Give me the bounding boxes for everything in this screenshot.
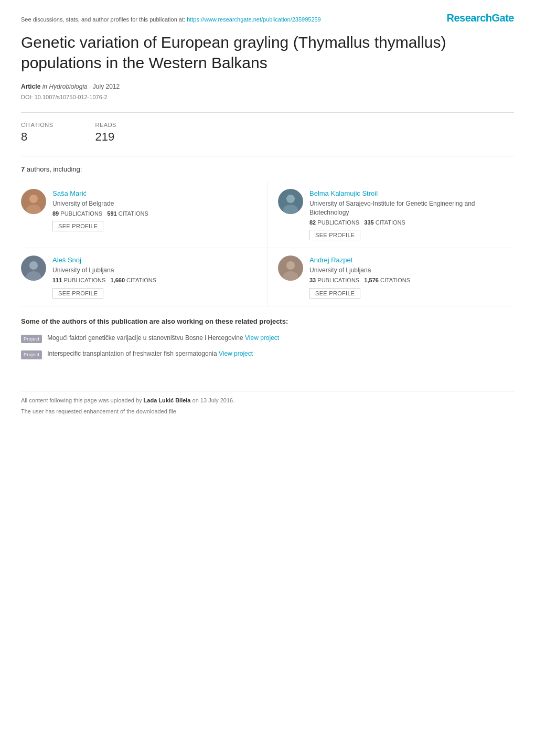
author-avatar-3	[21, 255, 46, 281]
author-pubs-3: 111	[52, 277, 62, 283]
svg-point-1	[29, 195, 38, 203]
author-pubs-2: 82	[309, 219, 316, 226]
author-card-1: Saša Marić University of Belgrade 89 PUB…	[21, 182, 268, 248]
author-stats-2: 82 PUBLICATIONS 335 CITATIONS	[309, 219, 514, 227]
svg-point-4	[286, 195, 295, 203]
citations-stat: CITATIONS 8	[21, 121, 54, 145]
project-badge-1: Project	[21, 335, 42, 344]
related-projects-heading: Some of the authors of this publication …	[21, 317, 514, 326]
author-name-4[interactable]: Andrej Razpet	[309, 255, 514, 265]
authors-count: 7	[21, 165, 25, 173]
author-name-2[interactable]: Belma Kalamujic Stroil	[309, 189, 514, 198]
main-title: Genetic variation of European grayling (…	[21, 32, 514, 73]
authors-heading: 7 authors, including:	[21, 165, 514, 174]
author-info-2: Belma Kalamujic Stroil University of Sar…	[309, 189, 514, 240]
doi-value: 10.1007/s10750-012-1076-2	[35, 94, 108, 100]
author-pubs-1: 89	[52, 210, 59, 217]
researchgate-logo: ResearchGate	[446, 10, 514, 25]
see-profile-button-3[interactable]: SEE PROFILE	[52, 288, 103, 299]
project-badge-2: Project	[21, 350, 42, 359]
author-info-3: Aleš Snoj University of Ljubljana 111 PU…	[52, 255, 256, 298]
author-cites-3: 1,660	[110, 277, 125, 283]
author-info-1: Saša Marić University of Belgrade 89 PUB…	[52, 189, 256, 231]
publication-url[interactable]: https://www.researchgate.net/publication…	[187, 16, 321, 23]
citations-label: CITATIONS	[21, 121, 54, 129]
author-card-4: Andrej Razpet University of Ljubljana 33…	[268, 248, 514, 306]
reads-stat: READS 219	[95, 121, 116, 145]
project-text-1: Mogući faktori genetičke varijacije u st…	[47, 334, 279, 343]
author-name-1[interactable]: Saša Marić	[52, 189, 256, 198]
see-profile-button-1[interactable]: SEE PROFILE	[52, 221, 103, 231]
article-type: Article	[21, 83, 40, 90]
footer-upload-text: All content following this page was uplo…	[21, 397, 142, 403]
uploader-name[interactable]: Lada Lukić Bilela	[144, 397, 191, 403]
reads-label: READS	[95, 121, 116, 129]
svg-point-7	[29, 261, 38, 270]
author-info-4: Andrej Razpet University of Ljubljana 33…	[309, 255, 514, 298]
author-institution-1: University of Belgrade	[52, 199, 256, 208]
authors-grid: Saša Marić University of Belgrade 89 PUB…	[21, 182, 514, 306]
doi-line: DOI: 10.1007/s10750-012-1076-2	[21, 93, 514, 101]
doi-label: DOI:	[21, 94, 33, 100]
project-item-2: Project Interspecific transplantation of…	[21, 349, 514, 359]
author-card-2: Belma Kalamujic Stroil University of Sar…	[268, 182, 514, 248]
reads-value: 219	[95, 129, 116, 145]
footer-upload-date: on 13 July 2016.	[192, 397, 235, 403]
authors-suffix: authors, including:	[27, 165, 82, 173]
author-institution-2: University of Sarajevo-Institute for Gen…	[309, 199, 514, 217]
authors-divider	[21, 156, 514, 156]
author-institution-3: University of Ljubljana	[52, 266, 256, 275]
citations-value: 8	[21, 129, 54, 145]
see-profile-button-4[interactable]: SEE PROFILE	[309, 288, 360, 299]
author-avatar-1	[21, 189, 46, 214]
see-profile-button-2[interactable]: SEE PROFILE	[309, 230, 360, 240]
project-link-1[interactable]: View project	[245, 334, 279, 342]
top-link-section: See discussions, stats, and author profi…	[21, 16, 514, 24]
author-cites-2: 335	[364, 219, 373, 226]
article-meta: Article in Hydrobiologia · July 2012	[21, 82, 514, 91]
author-stats-4: 33 PUBLICATIONS 1,576 CITATIONS	[309, 276, 514, 284]
author-name-3[interactable]: Aleš Snoj	[52, 255, 256, 265]
stats-row: CITATIONS 8 READS 219	[21, 121, 514, 145]
stats-divider	[21, 112, 514, 113]
author-avatar-2	[278, 189, 303, 214]
footer-enhancement-note: The user has requested enhancement of th…	[21, 408, 514, 416]
author-card-3: Aleš Snoj University of Ljubljana 111 PU…	[21, 248, 268, 306]
author-avatar-4	[278, 255, 303, 281]
author-stats-1: 89 PUBLICATIONS 591 CITATIONS	[52, 210, 256, 218]
top-link-text: See discussions, stats, and author profi…	[21, 16, 185, 23]
svg-point-10	[286, 261, 295, 270]
author-cites-1: 591	[107, 210, 116, 217]
author-institution-4: University of Ljubljana	[309, 266, 514, 275]
footer-note: All content following this page was uplo…	[21, 391, 514, 404]
author-stats-3: 111 PUBLICATIONS 1,660 CITATIONS	[52, 276, 256, 284]
project-text-2: Interspecific transplantation of freshwa…	[47, 349, 253, 358]
article-journal: Hydrobiologia	[49, 83, 87, 90]
author-cites-4: 1,576	[364, 277, 379, 283]
author-pubs-4: 33	[309, 277, 316, 283]
project-link-2[interactable]: View project	[219, 350, 253, 357]
article-date: July 2012	[93, 83, 120, 90]
article-preposition: in	[42, 83, 47, 90]
project-item-1: Project Mogući faktori genetičke varijac…	[21, 334, 514, 344]
